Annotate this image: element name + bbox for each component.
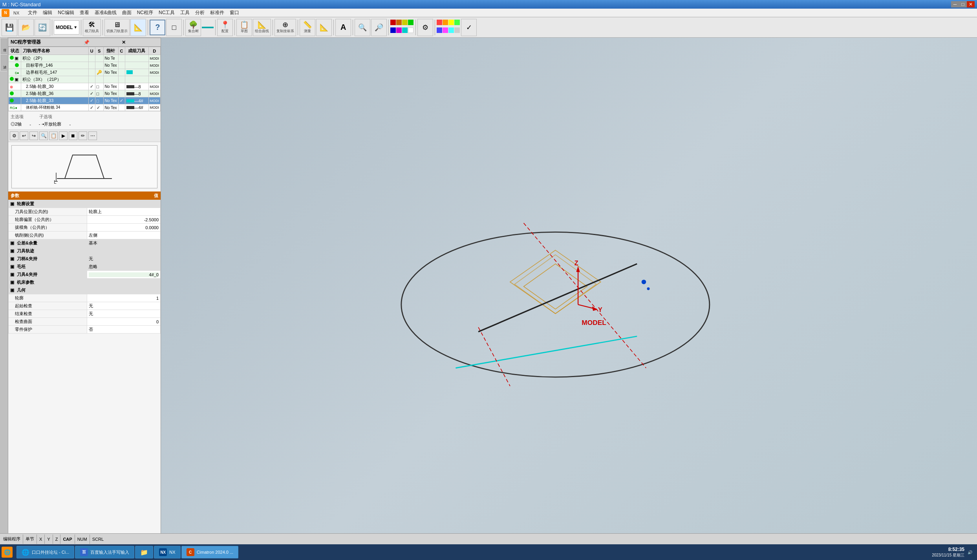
- param-group-expand[interactable]: ▣: [10, 288, 14, 292]
- param-group-row[interactable]: ▣ 轮廓设置: [9, 200, 161, 208]
- param-group-row[interactable]: ▣ 刀具轨迹: [9, 247, 161, 255]
- menu-window[interactable]: 窗口: [227, 9, 242, 17]
- param-group-row[interactable]: ▣ 公差&余量 基本: [9, 239, 161, 247]
- menu-edit[interactable]: 编辑: [40, 9, 55, 17]
- param-input-tool[interactable]: [89, 272, 159, 277]
- tb-search2[interactable]: 🔎: [371, 19, 387, 36]
- tb-switch-display[interactable]: 🖥 切换刀轨显示: [104, 19, 130, 36]
- table-row[interactable]: ▣ 积公（2P） No Te MODI: [9, 55, 161, 62]
- tb-search[interactable]: 🔍: [355, 19, 370, 36]
- menu-standard[interactable]: 标准件: [208, 9, 227, 17]
- sub-options-separator: -: [29, 122, 31, 127]
- panel-pin[interactable]: 📌: [84, 40, 120, 45]
- th-u: U: [88, 47, 95, 55]
- tb-measure2[interactable]: 📐: [316, 19, 332, 36]
- tb-plan[interactable]: 📋草图: [236, 19, 252, 36]
- panel-close[interactable]: ✕: [122, 40, 158, 45]
- param-group-expand[interactable]: ▣: [10, 248, 14, 253]
- taskbar-item-chrome[interactable]: 🌐 口口外挂论坛 - Ci...: [16, 546, 74, 558]
- menu-nc-program[interactable]: NC程序: [135, 9, 156, 17]
- table-row[interactable]: ▣ 积公（3X）（21P）: [9, 76, 161, 83]
- icon-copy[interactable]: 📋: [49, 131, 58, 140]
- sidebar-tab-1[interactable]: 理: [1, 38, 7, 54]
- icon-settings[interactable]: ⚙: [10, 131, 18, 140]
- param-row[interactable]: 拔模角（公共的）: [9, 224, 161, 232]
- param-row[interactable]: 轮廓偏置（公共的）: [9, 216, 161, 224]
- menu-surface[interactable]: 曲面: [120, 9, 134, 17]
- param-name: 轮廓: [9, 294, 87, 302]
- table-row[interactable]: 目标零件_146 No Tex MODI: [9, 62, 161, 69]
- param-row: 结束检查 无: [9, 310, 161, 318]
- main-options-label: 主选项: [11, 114, 24, 119]
- icon-search[interactable]: 🔍: [39, 131, 48, 140]
- icon-play[interactable]: ▶: [59, 131, 68, 140]
- tb-extra[interactable]: ✓: [461, 19, 477, 36]
- color-bar: [126, 92, 134, 95]
- tb-coord[interactable]: ⊕复制坐标系: [274, 19, 296, 36]
- tb-rect[interactable]: □: [166, 19, 182, 36]
- menu-basis-curve[interactable]: 基准&曲线: [92, 9, 119, 17]
- param-group-row[interactable]: ▣ 几何: [9, 286, 161, 294]
- tb-model-view[interactable]: 📐: [130, 19, 146, 36]
- param-group-expand[interactable]: ▣: [10, 201, 14, 206]
- taskbar-item-explorer[interactable]: 📁: [135, 546, 153, 558]
- tb-assembly-tree[interactable]: 🌳 集合树: [185, 19, 201, 36]
- menu-view[interactable]: 查看: [77, 9, 91, 17]
- table-row[interactable]: 6● 边界框毛坯_147 🔑 No Tex MODI: [9, 69, 161, 76]
- param-row[interactable]: 轮廓: [9, 294, 161, 302]
- icon-edit[interactable]: ✏: [79, 131, 87, 140]
- taskbar-item-cimatron[interactable]: C Cimatron 2024.0 ...: [181, 546, 239, 558]
- model-dropdown-icon[interactable]: ▼: [73, 25, 77, 29]
- menu-tools[interactable]: 工具: [178, 9, 192, 17]
- param-input-contour[interactable]: [89, 296, 159, 301]
- taskbar-item-nx[interactable]: NX NX: [154, 546, 180, 558]
- system-tray: 8:52:35 2023/11/15 星期三 🔊: [929, 544, 975, 560]
- tb-tooltip-btn[interactable]: 🛠 根刀轨具: [83, 19, 101, 36]
- menu-nc-tools[interactable]: NC工具: [156, 9, 177, 17]
- param-group-row[interactable]: ▣ 机床参数: [9, 279, 161, 286]
- menu-analysis[interactable]: 分析: [193, 9, 207, 17]
- tb-settings[interactable]: ⚙: [417, 19, 433, 36]
- table-row[interactable]: 2.5轴-轮廓_36 ✓□ No Tex —8 MODI: [9, 90, 161, 97]
- param-group-row[interactable]: ▣ 刀柄&夹持 无: [9, 255, 161, 263]
- sidebar-tab-2[interactable]: 滤: [1, 55, 7, 71]
- table-row[interactable]: ⊗ 2.5轴-轮廓_30 ✓□ No Tex —8 MODI: [9, 83, 161, 90]
- table-row[interactable]: RG● 体积铣-环绕粗铣 34 ✓✓ No Tex —4# MODI: [9, 104, 161, 111]
- cyan-bar: [202, 27, 214, 28]
- taskbar-item-baidu[interactable]: 百 百度输入法手写输入: [75, 546, 134, 558]
- menu-file[interactable]: 文件: [26, 9, 40, 17]
- param-group-expand[interactable]: ▣: [10, 256, 14, 261]
- param-name: 结束检查: [9, 310, 87, 318]
- icon-extra[interactable]: ⋯: [88, 131, 97, 140]
- icon-redo[interactable]: ↪: [29, 131, 38, 140]
- param-group-row[interactable]: ▣ 刀具&夹持: [9, 271, 161, 279]
- param-group-expand[interactable]: ▣: [10, 241, 14, 245]
- chrome-icon[interactable]: 🌐: [2, 547, 13, 558]
- param-row[interactable]: 检查曲面: [9, 318, 161, 326]
- maximize-button[interactable]: □: [959, 1, 967, 7]
- table-row[interactable]: 2.5轴-轮廓_33 ✓□ No Tex ✓ —4# MODI: [9, 97, 161, 104]
- menu-nc-edit[interactable]: NC编辑: [55, 9, 76, 17]
- tb-btn-2[interactable]: 📂: [18, 19, 34, 36]
- minimize-button[interactable]: ─: [951, 1, 959, 7]
- icon-undo[interactable]: ↩: [20, 131, 28, 140]
- tb-position[interactable]: 📍配置: [217, 19, 233, 36]
- param-group-expand[interactable]: ▣: [10, 280, 14, 285]
- tb-text[interactable]: A: [335, 19, 351, 36]
- param-group-expand[interactable]: ▣: [10, 272, 14, 277]
- param-input-check-surf[interactable]: [89, 319, 159, 324]
- param-input-offset[interactable]: [89, 217, 159, 222]
- close-button[interactable]: ✕: [967, 1, 975, 7]
- tb-btn-3[interactable]: 🔄: [35, 19, 50, 36]
- icon-stop[interactable]: ⏹: [69, 131, 77, 140]
- tb-combine[interactable]: 📐组合曲线: [253, 19, 271, 36]
- param-group-expand[interactable]: ▣: [10, 264, 14, 269]
- viewport-svg: Z Y MODEL: [161, 38, 977, 544]
- tb-btn-1[interactable]: 💾: [2, 19, 17, 36]
- param-name: 零件保护: [9, 326, 87, 334]
- param-group-row[interactable]: ▣ 毛坯 忽略: [9, 263, 161, 271]
- help-button[interactable]: ?: [150, 20, 165, 35]
- param-input-angle[interactable]: [89, 225, 159, 230]
- baidu-icon: 百: [80, 548, 88, 556]
- tb-measure[interactable]: 📏测量: [300, 19, 315, 36]
